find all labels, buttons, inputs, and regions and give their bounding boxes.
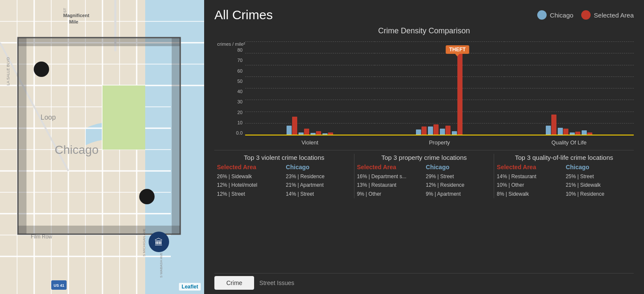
locations-property-title: Top 3 property crime locations	[357, 154, 492, 161]
svg-text:Chicago: Chicago	[55, 143, 99, 156]
quality-chicago-row3: 10% | Residence	[566, 190, 631, 198]
y-label-30: 30	[237, 99, 243, 104]
quality-chicago-col: Chicago 25% | Street 21% | Sidewalk 10% …	[566, 164, 631, 198]
property-chicago-header: Chicago	[426, 164, 491, 171]
violent-selected-row2: 12% | Hotel/motel	[217, 181, 282, 189]
property-chicago-col: Chicago 29% | Street 12% | Residence 9% …	[426, 164, 491, 198]
selected-bar	[316, 131, 321, 135]
chicago-label: Chicago	[550, 12, 574, 19]
locations-violent: Top 3 violent crime locations Selected A…	[214, 154, 354, 198]
locations-property: Top 3 property crime locations Selected …	[354, 154, 494, 198]
quality-selected-col: Selected Area 14% | Restaurant 10% | Oth…	[497, 164, 562, 198]
y-label-80: 80	[237, 47, 243, 53]
map-container[interactable]: LA SALLE BLVD ST Magnificent Mile Loop C…	[0, 0, 204, 294]
violent-selected-header: Selected Area	[217, 164, 282, 171]
tab-crime[interactable]: Crime	[214, 276, 254, 290]
svg-rect-22	[102, 85, 145, 150]
chicago-bar	[310, 133, 316, 135]
selected-bar	[292, 117, 297, 135]
chicago-bar	[546, 126, 551, 135]
selected-dot	[581, 10, 591, 20]
svg-text:🏛: 🏛	[155, 238, 163, 247]
quality-chicago-row1: 25% | Street	[566, 172, 631, 181]
chicago-bar	[428, 126, 433, 135]
quality-selected-header: Selected Area	[497, 164, 562, 171]
y-label-40: 40	[237, 89, 243, 94]
bar-pair-v4	[322, 132, 333, 135]
violent-chicago-col: Chicago 23% | Residence 21% | Apartment …	[286, 164, 351, 198]
selected-bar	[563, 129, 568, 135]
y-label-60: 60	[237, 68, 243, 74]
locations-violent-cols: Selected Area 26% | Sidewalk 12% | Hotel…	[217, 164, 351, 198]
svg-text:ST: ST	[63, 8, 67, 13]
chicago-bar	[299, 132, 304, 135]
svg-text:LA SALLE BLVD: LA SALLE BLVD	[6, 57, 10, 85]
y-label-0: 0.0	[236, 130, 243, 135]
chicago-bar	[440, 129, 445, 135]
divider	[214, 150, 634, 150]
chicago-bar	[558, 128, 563, 135]
bar-pair-v1	[287, 117, 297, 135]
svg-point-42	[139, 189, 155, 204]
bar-pair-v3	[310, 131, 321, 135]
chart-quality-label: Quality Of Life	[504, 139, 634, 146]
property-selected-row3: 9% | Other	[357, 190, 422, 198]
violent-selected-row3: 12% | Street	[217, 190, 282, 198]
quality-selected-row2: 10% | Other	[497, 181, 562, 189]
bar-pair-q4	[582, 130, 592, 135]
panel-header: All Crimes Chicago Selected Area	[214, 8, 634, 22]
bar-pair-q1	[546, 115, 556, 135]
chart-violent: Violent	[245, 41, 375, 135]
svg-text:US 41: US 41	[53, 283, 64, 288]
locations-quality: Top 3 quality-of-life crime locations Se…	[494, 154, 634, 198]
selected-bar	[304, 129, 309, 135]
chicago-bar	[322, 133, 328, 135]
svg-text:Magnificent: Magnificent	[63, 13, 89, 18]
locations-quality-title: Top 3 quality-of-life crime locations	[497, 154, 631, 161]
bar-pair-v2	[299, 129, 309, 135]
y-label-70: 70	[237, 58, 243, 63]
locations-property-cols: Selected Area 16% | Department s... 13% …	[357, 164, 492, 198]
bar-pair-q2	[558, 128, 568, 135]
legend-chicago: Chicago	[537, 10, 574, 20]
selected-bar	[445, 126, 451, 135]
property-chicago-row2: 12% | Residence	[426, 181, 491, 189]
selected-label: Selected Area	[594, 12, 634, 19]
chart-section: Crime Density Comparison crimes / mile² …	[214, 26, 634, 273]
selected-bar	[422, 126, 427, 135]
panel: All Crimes Chicago Selected Area Crime D…	[204, 0, 644, 294]
quality-chicago-header: Chicago	[566, 164, 631, 171]
bar-pair-q3	[570, 132, 580, 135]
selected-bar	[575, 132, 580, 135]
y-label-20: 20	[237, 110, 243, 115]
footer-tabs: Crime Street Issues	[214, 273, 634, 290]
locations-quality-cols: Selected Area 14% | Restaurant 10% | Oth…	[497, 164, 631, 198]
panel-title: All Crimes	[214, 8, 537, 22]
property-chicago-row1: 29% | Street	[426, 172, 491, 181]
violent-chicago-row3: 14% | Street	[286, 190, 351, 198]
locations-violent-title: Top 3 violent crime locations	[217, 154, 351, 161]
chart-quality: Quality Of Life	[504, 41, 634, 135]
chart-container: crimes / mile² 0.0 10 20 30 40 50 60 70 …	[214, 37, 634, 148]
bar-pair-p1	[416, 126, 427, 135]
svg-text:Mile: Mile	[69, 19, 78, 24]
chicago-bar	[582, 130, 587, 135]
selected-bar	[587, 132, 592, 135]
bar-pair-p2	[428, 124, 439, 135]
quality-selected-row3: 8% | Sidewalk	[497, 190, 562, 198]
y-axis-title: crimes / mile²	[217, 41, 245, 47]
svg-rect-37	[18, 38, 180, 46]
property-selected-header: Selected Area	[357, 164, 422, 171]
svg-rect-39	[172, 38, 180, 234]
svg-text:S WABASH AVE: S WABASH AVE	[159, 253, 163, 278]
bar-pair-p3	[440, 126, 451, 135]
legend-selected: Selected Area	[581, 10, 634, 20]
violent-selected-row1: 26% | Sidewalk	[217, 172, 282, 181]
theft-tooltip: THEFT	[446, 45, 469, 54]
selected-bar	[551, 115, 556, 135]
tab-street-issues[interactable]: Street Issues	[259, 279, 294, 286]
quality-chicago-row2: 21% | Sidewalk	[566, 181, 631, 189]
violent-chicago-header: Chicago	[286, 164, 351, 171]
chart-violent-label: Violent	[245, 139, 375, 146]
chicago-bar-theft	[452, 131, 457, 135]
